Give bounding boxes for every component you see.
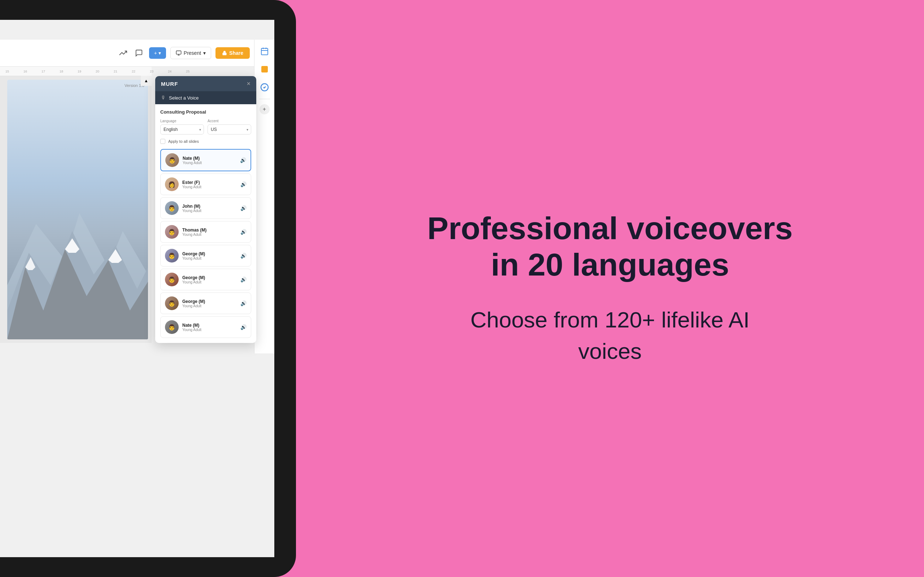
laptop-bezel: + ▾ Present ▾ Share 👤 15 16 17 xyxy=(0,0,296,577)
accent-selector-group: Accent US xyxy=(208,119,251,134)
voice-avatar-thomas: 👨 xyxy=(165,225,179,239)
voice-avatar-ester: 👩 xyxy=(165,177,179,191)
accent-select[interactable]: US xyxy=(208,124,251,134)
voice-type-george3: Young Adult xyxy=(182,304,237,308)
voice-play-icon-george2[interactable]: 🔊 xyxy=(241,277,247,282)
add-chevron: ▾ xyxy=(158,50,161,56)
slide-mountain xyxy=(7,80,148,339)
voice-type-ester: Young Adult xyxy=(182,185,237,189)
hero-title: Professional voiceoversin 20 languages xyxy=(427,210,793,283)
voice-type-thomas: Young Adult xyxy=(182,233,237,237)
voice-list: 👨 Nate (M) Young Adult 🔊 👩 Ester (F) You… xyxy=(160,149,251,343)
voice-avatar-nate2: 👨 xyxy=(165,320,179,334)
ruler: 15 16 17 18 19 20 21 22 23 24 25 xyxy=(0,67,152,76)
toolbar: + ▾ Present ▾ Share 👤 xyxy=(0,40,274,67)
sidebar-add-button[interactable]: + xyxy=(260,104,270,114)
voice-type-george2: Young Adult xyxy=(182,280,237,284)
voice-type-nate: Young Adult xyxy=(183,161,236,165)
voice-info-george2: George (M) Young Adult xyxy=(182,275,237,284)
voice-item-george1[interactable]: 👨 George (M) Young Adult 🔊 xyxy=(160,245,251,266)
svg-rect-0 xyxy=(176,51,181,54)
language-select[interactable]: English xyxy=(160,124,204,134)
right-sidebar: + xyxy=(254,40,274,353)
share-button[interactable]: Share xyxy=(215,47,250,59)
voice-name-thomas: Thomas (M) xyxy=(182,227,237,233)
share-label: Share xyxy=(229,50,243,56)
voice-type-john: Young Adult xyxy=(182,209,237,213)
murf-title: MURF xyxy=(161,81,178,87)
present-button[interactable]: Present ▾ xyxy=(170,47,211,59)
voice-item-george3[interactable]: 👨 George (M) Young Adult 🔊 xyxy=(160,292,251,314)
voice-item-nate[interactable]: 👨 Nate (M) Young Adult 🔊 xyxy=(160,149,251,171)
voice-avatar-george2: 👨 xyxy=(165,272,179,286)
voice-avatar-george1: 👨 xyxy=(165,249,179,263)
voice-name-nate: Nate (M) xyxy=(183,156,236,161)
voice-item-thomas[interactable]: 👨 Thomas (M) Young Adult 🔊 xyxy=(160,221,251,243)
voice-avatar-john: 👨 xyxy=(165,201,179,215)
apply-label: Apply to all slides xyxy=(168,139,199,143)
voice-avatar-nate: 👨 xyxy=(165,153,179,167)
voice-play-icon-nate[interactable]: 🔊 xyxy=(240,157,246,163)
present-chevron: ▾ xyxy=(203,50,206,56)
voice-play-icon-george1[interactable]: 🔊 xyxy=(241,253,247,259)
laptop-mockup: + ▾ Present ▾ Share 👤 15 16 17 xyxy=(0,0,296,577)
present-label: Present xyxy=(184,50,201,56)
murf-close-button[interactable]: × xyxy=(247,81,250,87)
voice-item-john[interactable]: 👨 John (M) Young Adult 🔊 xyxy=(160,197,251,219)
voice-item-george2[interactable]: 👨 George (M) Young Adult 🔊 xyxy=(160,269,251,290)
voice-play-icon-john[interactable]: 🔊 xyxy=(241,205,247,211)
voice-name-george2: George (M) xyxy=(182,275,237,280)
language-selector-group: Language English xyxy=(160,119,204,134)
voice-name-george1: George (M) xyxy=(182,251,237,256)
voice-name-ester: Ester (F) xyxy=(182,180,237,185)
collapse-button[interactable]: ▲ xyxy=(141,76,152,86)
murf-subtitle-text: Select a Voice xyxy=(169,95,199,101)
svg-rect-10 xyxy=(261,48,268,55)
voice-item-nate2[interactable]: 👨 Nate (M) Young Adult 🔊 xyxy=(160,316,251,338)
add-button[interactable]: + ▾ xyxy=(149,47,166,59)
voice-info-john: John (M) Young Adult xyxy=(182,204,237,213)
voice-item-ester[interactable]: 👩 Ester (F) Young Adult 🔊 xyxy=(160,174,251,195)
voice-play-icon-thomas[interactable]: 🔊 xyxy=(241,229,247,235)
accent-dropdown-wrapper[interactable]: US xyxy=(208,124,251,134)
accent-label: Accent xyxy=(208,119,251,123)
voice-name-george3: George (M) xyxy=(182,299,237,304)
voice-info-nate2: Nate (M) Young Adult xyxy=(182,323,237,332)
selectors-row: Language English Accent US xyxy=(160,119,251,134)
voice-info-ester: Ester (F) Young Adult xyxy=(182,180,237,189)
voice-type-nate2: Young Adult xyxy=(182,328,237,332)
sidebar-calendar-icon[interactable] xyxy=(258,45,271,58)
language-label: Language xyxy=(160,119,204,123)
murf-header: MURF × xyxy=(155,76,256,91)
voice-avatar-george3: 👨 xyxy=(165,297,179,310)
comments-icon[interactable] xyxy=(133,47,145,59)
murf-body: Consulting Proposal Language English xyxy=(155,104,256,343)
laptop-screen: + ▾ Present ▾ Share 👤 15 16 17 xyxy=(0,20,274,557)
analytics-icon[interactable] xyxy=(117,47,129,59)
sidebar-check-icon[interactable] xyxy=(258,81,271,94)
mic-icon: 🎙 xyxy=(161,95,166,101)
voice-name-nate2: Nate (M) xyxy=(182,323,237,328)
sidebar-divider xyxy=(259,99,270,99)
right-panel: Professional voiceoversin 20 languages C… xyxy=(296,0,924,577)
hero-subtitle: Choose from 120+ lifelike AIvoices xyxy=(470,305,750,367)
slide-thumbnail: Version 1.0 xyxy=(7,80,148,339)
voice-info-george1: George (M) Young Adult xyxy=(182,251,237,260)
voice-type-george1: Young Adult xyxy=(182,256,237,260)
apply-row: Apply to all slides xyxy=(160,139,251,144)
voice-play-icon-ester[interactable]: 🔊 xyxy=(241,181,247,187)
svg-rect-14 xyxy=(261,66,268,73)
add-icon: + xyxy=(154,50,157,56)
svg-rect-3 xyxy=(223,53,227,55)
language-dropdown-wrapper[interactable]: English xyxy=(160,124,204,134)
sidebar-note-icon[interactable] xyxy=(258,63,271,76)
voice-play-icon-nate2[interactable]: 🔊 xyxy=(241,324,247,330)
apply-checkbox[interactable] xyxy=(160,139,165,144)
voice-play-icon-george3[interactable]: 🔊 xyxy=(241,300,247,306)
slide-area: Version 1.0 xyxy=(0,76,152,343)
murf-subtitle-bar: 🎙 Select a Voice xyxy=(155,91,256,104)
murf-dialog: MURF × 🎙 Select a Voice Consulting Propo… xyxy=(155,76,256,343)
voice-info-thomas: Thomas (M) Young Adult xyxy=(182,227,237,237)
voice-name-john: John (M) xyxy=(182,204,237,209)
voice-info-nate: Nate (M) Young Adult xyxy=(183,156,236,165)
